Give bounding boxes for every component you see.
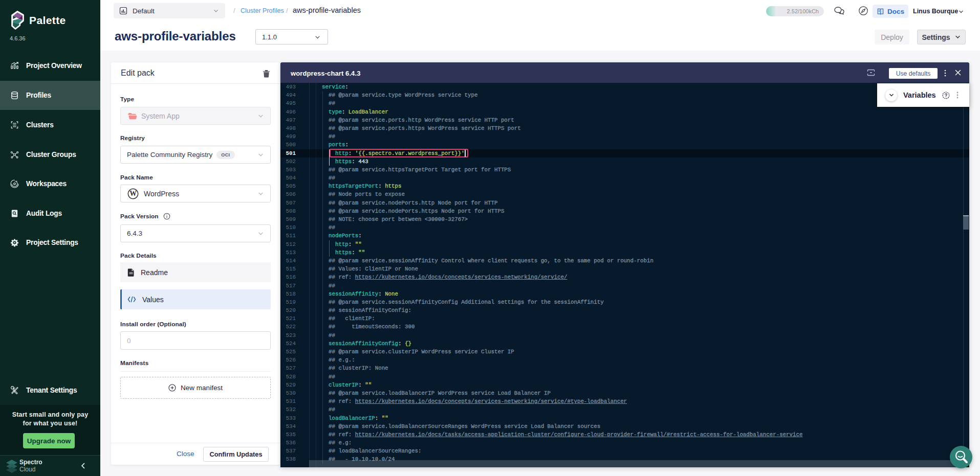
svg-text:W: W: [129, 190, 137, 197]
